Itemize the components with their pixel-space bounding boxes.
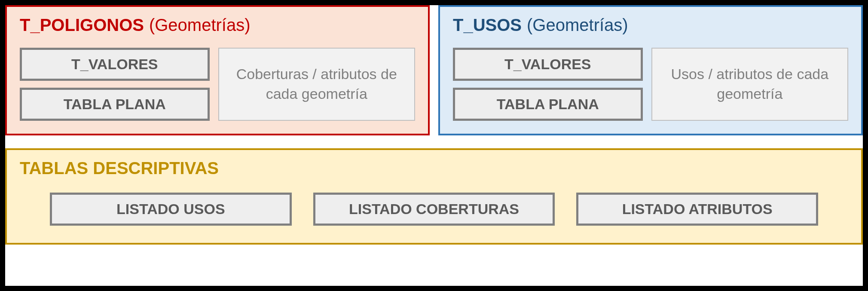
panel-poligonos: T_POLIGONOS (Geometrías) T_VALORES TABLA… bbox=[5, 5, 430, 135]
usos-tables: T_VALORES TABLA PLANA bbox=[453, 48, 643, 121]
table-box-listado-usos: LISTADO USOS bbox=[50, 193, 292, 226]
top-row: T_POLIGONOS (Geometrías) T_VALORES TABLA… bbox=[5, 5, 863, 135]
poligonos-suffix: (Geometrías) bbox=[149, 15, 251, 35]
diagram-container: T_POLIGONOS (Geometrías) T_VALORES TABLA… bbox=[5, 5, 863, 286]
usos-body: T_VALORES TABLA PLANA Usos / atributos d… bbox=[453, 48, 848, 121]
poligonos-name: T_POLIGONOS bbox=[20, 15, 144, 35]
descriptivas-row: LISTADO USOS LISTADO COBERTURAS LISTADO … bbox=[20, 193, 848, 226]
table-box-listado-coberturas: LISTADO COBERTURAS bbox=[313, 193, 555, 226]
usos-suffix: (Geometrías) bbox=[527, 15, 628, 35]
descriptivas-title: TABLAS DESCRIPTIVAS bbox=[20, 159, 848, 178]
table-box-tvalores: T_VALORES bbox=[453, 48, 643, 81]
usos-desc: Usos / atributos de cada geometría bbox=[651, 48, 848, 121]
panel-descriptivas: TABLAS DESCRIPTIVAS LISTADO USOS LISTADO… bbox=[5, 148, 863, 245]
table-box-tablaplana: TABLA PLANA bbox=[453, 88, 643, 121]
usos-name: T_USOS bbox=[453, 15, 522, 35]
table-box-tablaplana: TABLA PLANA bbox=[20, 88, 210, 121]
table-box-tvalores: T_VALORES bbox=[20, 48, 210, 81]
panel-usos-title: T_USOS (Geometrías) bbox=[453, 15, 848, 35]
poligonos-body: T_VALORES TABLA PLANA Coberturas / atrib… bbox=[20, 48, 415, 121]
panel-usos: T_USOS (Geometrías) T_VALORES TABLA PLAN… bbox=[438, 5, 863, 135]
poligonos-tables: T_VALORES TABLA PLANA bbox=[20, 48, 210, 121]
poligonos-desc: Coberturas / atributos de cada geometría bbox=[218, 48, 415, 121]
table-box-listado-atributos: LISTADO ATRIBUTOS bbox=[576, 193, 818, 226]
panel-poligonos-title: T_POLIGONOS (Geometrías) bbox=[20, 15, 415, 35]
